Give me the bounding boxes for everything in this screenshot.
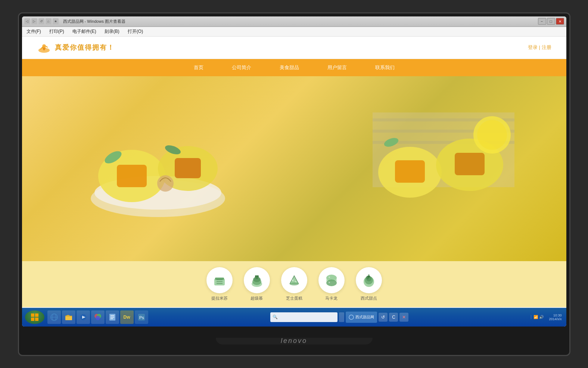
western-dessert-icon <box>361 272 377 288</box>
home-icon[interactable]: ⌂ <box>46 18 52 24</box>
dw-label: Dw <box>124 315 130 320</box>
title-bar-icons: ◁ ▷ ↺ ⌂ ★ <box>24 18 59 24</box>
food-illustration-right <box>373 112 514 225</box>
bookmark-icon[interactable]: ★ <box>53 18 59 24</box>
logo-icon <box>37 40 51 55</box>
title-bar-left: ◁ ▷ ↺ ⌂ ★ 西式甜品网 - Windows 图片查看器 <box>24 18 125 24</box>
svg-rect-23 <box>215 278 224 280</box>
media-icon <box>79 313 87 321</box>
svg-point-1 <box>42 44 46 48</box>
taskbar-dw[interactable]: Dw <box>120 310 134 324</box>
nav-food[interactable]: 美食甜品 <box>277 63 302 72</box>
menu-burn[interactable]: 刻录(B) <box>103 28 121 35</box>
hero-left-decoration <box>22 76 294 261</box>
files-icon <box>108 313 116 321</box>
taskbar-colorful[interactable] <box>91 310 105 324</box>
category-label-mousse: 超级慕 <box>251 296 263 301</box>
search-box[interactable]: 🔍 <box>270 312 337 322</box>
menu-open[interactable]: 打开(O) <box>126 28 144 35</box>
taskbar-files[interactable] <box>106 310 119 324</box>
svg-text:Ps: Ps <box>139 315 144 320</box>
refresh-icon[interactable]: ↺ <box>38 18 44 24</box>
forward-icon[interactable]: ▷ <box>31 18 37 24</box>
svg-point-33 <box>290 282 299 285</box>
taskbar-apps: Dw Ps <box>47 310 148 324</box>
nav-home[interactable]: 首页 <box>191 63 206 72</box>
undo-button[interactable]: ↺ <box>379 313 388 322</box>
category-circle-cheesecake <box>281 267 307 293</box>
taskbar-right: 📶 🔊 10:30 2014/x/x <box>531 313 563 321</box>
minimize-button[interactable]: − <box>538 18 546 25</box>
tab-ie-icon <box>349 315 354 320</box>
tab-label: 西式甜品网 <box>355 315 374 320</box>
active-tab[interactable]: 西式甜品网 <box>346 312 377 323</box>
svg-rect-50 <box>35 318 38 321</box>
photo-viewer: ◁ ▷ ↺ ⌂ ★ 西式甜品网 - Windows 图片查看器 − □ ✕ 文件… <box>22 16 566 327</box>
svg-rect-49 <box>31 318 34 321</box>
redo-button[interactable]: C <box>389 313 398 322</box>
hero-banner <box>22 76 566 261</box>
window-title: 西式甜品网 - Windows 图片查看器 <box>63 19 125 24</box>
close-button[interactable]: ✕ <box>556 18 564 25</box>
category-mousse[interactable]: 超级慕 <box>244 267 270 301</box>
login-link[interactable]: 登录 <box>528 44 538 50</box>
category-label-cheesecake: 芝士蛋糕 <box>286 296 302 301</box>
window-controls: − □ ✕ <box>538 18 564 25</box>
taskbar-media[interactable] <box>77 310 90 324</box>
category-circle-tiramisu <box>206 267 233 293</box>
stop-button[interactable]: ✕ <box>399 313 408 322</box>
svg-rect-47 <box>31 313 34 317</box>
nav-comments[interactable]: 用户留言 <box>324 63 350 72</box>
taskbar-ie[interactable] <box>47 310 61 324</box>
monitor-base: lenovo <box>216 338 373 344</box>
category-section: 提拉米苏 <box>22 261 566 307</box>
nav-about[interactable]: 公司简介 <box>229 63 254 72</box>
category-circle-western <box>356 267 382 293</box>
category-western-dessert[interactable]: 西式甜点 <box>356 267 382 301</box>
colorful-icon <box>94 313 102 321</box>
register-link[interactable]: 注册 <box>542 44 551 50</box>
category-label-tiramisu: 提拉米苏 <box>211 296 228 301</box>
title-bar: ◁ ▷ ↺ ⌂ ★ 西式甜品网 - Windows 图片查看器 − □ ✕ <box>22 16 566 27</box>
menu-bar: 文件(F) 打印(P) 电子邮件(E) 刻录(B) 打开(O) <box>22 27 566 37</box>
menu-email[interactable]: 电子邮件(E) <box>71 28 98 35</box>
maximize-button[interactable]: □ <box>547 18 555 25</box>
svg-point-66 <box>349 315 354 319</box>
search-trim <box>339 312 344 322</box>
clock: 10:30 2014/x/x <box>547 313 563 321</box>
auth-separator: | <box>539 44 540 50</box>
menu-file[interactable]: 文件(F) <box>25 28 43 35</box>
folder-icon <box>65 313 73 321</box>
category-label-western: 西式甜点 <box>361 296 377 301</box>
nav-contact[interactable]: 联系我们 <box>372 63 398 72</box>
network-icon: 📶 <box>533 315 538 319</box>
taskbar-folder[interactable] <box>62 310 75 324</box>
monitor-stand <box>238 327 350 338</box>
cheesecake-icon <box>286 272 302 288</box>
taskbar-controls: ↺ C ✕ <box>379 313 408 322</box>
svg-rect-16 <box>395 160 425 183</box>
tiramisu-icon <box>211 272 228 288</box>
category-circle-macaron <box>318 267 345 293</box>
category-cheesecake[interactable]: 芝士蛋糕 <box>281 267 307 301</box>
taskbar-ps[interactable]: Ps <box>135 310 148 324</box>
svg-point-34 <box>292 279 293 281</box>
monitor-shell: ◁ ▷ ↺ ⌂ ★ 西式甜品网 - Windows 图片查看器 − □ ✕ 文件… <box>18 12 570 356</box>
date-display: 2014/x/x <box>549 317 561 321</box>
svg-rect-48 <box>35 313 38 317</box>
windows-logo-icon <box>30 313 39 322</box>
category-circle-mousse <box>244 267 270 293</box>
hero-right-decoration <box>321 76 566 261</box>
svg-point-20 <box>477 120 507 150</box>
svg-rect-7 <box>175 158 201 178</box>
category-tiramisu[interactable]: 提拉米苏 <box>206 267 233 301</box>
search-icon: 🔍 <box>273 315 278 319</box>
svg-rect-18 <box>455 153 485 175</box>
website-content: 真爱你值得拥有！ 登录 | 注册 首页 公司简介 美食甜品 用户留言 联系我们 <box>22 37 566 307</box>
screen-bezel: ◁ ▷ ↺ ⌂ ★ 西式甜品网 - Windows 图片查看器 − □ ✕ 文件… <box>22 16 566 327</box>
start-button[interactable] <box>25 310 44 324</box>
site-header: 真爱你值得拥有！ 登录 | 注册 <box>22 37 566 59</box>
menu-print[interactable]: 打印(P) <box>48 28 66 35</box>
back-icon[interactable]: ◁ <box>24 18 30 24</box>
category-macaron[interactable]: 马卡龙 <box>318 267 345 301</box>
